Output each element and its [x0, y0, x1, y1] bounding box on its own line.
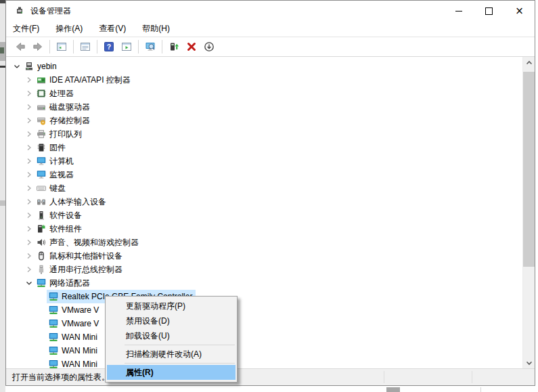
- tree-item-content[interactable]: 软件设备: [35, 209, 85, 222]
- window-controls: ×: [443, 1, 535, 21]
- tree-item-content[interactable]: 人体学输入设备: [35, 195, 110, 209]
- tree-item-content[interactable]: 网络适配器: [35, 276, 93, 290]
- tree-item[interactable]: 人体学输入设备: [6, 195, 522, 209]
- tree-item[interactable]: 磁盘驱动器: [6, 100, 522, 114]
- tree-item-content[interactable]: 监视器: [35, 168, 77, 181]
- tree-item[interactable]: 计算机: [6, 154, 522, 168]
- tree-item-content[interactable]: 软件组件: [35, 222, 85, 236]
- context-menu-item[interactable]: 卸载设备(U): [107, 328, 236, 343]
- scan-hardware-icon[interactable]: [143, 39, 158, 54]
- tree-item[interactable]: 网络适配器: [6, 276, 522, 290]
- tree-item-content[interactable]: WAN Mini: [47, 344, 101, 357]
- tree-item[interactable]: IDE ATA/ATAPI 控制器: [6, 73, 522, 87]
- chevron-collapsed-icon[interactable]: [24, 237, 35, 248]
- tree-item[interactable]: 通用串行总线控制器: [6, 263, 522, 276]
- tree-item[interactable]: Realtek PCIe GBE Family Controller: [6, 290, 522, 303]
- tree-item[interactable]: 键盘: [6, 181, 522, 195]
- chevron-collapsed-icon[interactable]: [24, 129, 35, 139]
- tree-item-content[interactable]: WAN Mini: [47, 330, 101, 344]
- chevron-collapsed-icon[interactable]: [24, 251, 35, 261]
- tree-item[interactable]: VMware V: [6, 303, 522, 317]
- tree-item-label: 人体学输入设备: [49, 196, 106, 208]
- scrollbar-track[interactable]: [523, 68, 535, 357]
- chevron-collapsed-icon[interactable]: [24, 74, 35, 85]
- tree-item[interactable]: 软件设备: [6, 209, 522, 222]
- chevron-collapsed-icon[interactable]: [24, 223, 35, 234]
- tree-item[interactable]: WAN Mini: [6, 330, 522, 344]
- tree-item-content[interactable]: 磁盘驱动器: [35, 100, 93, 114]
- tree-item-content[interactable]: WAN Mini: [47, 357, 101, 368]
- disable-icon[interactable]: [202, 39, 217, 54]
- tree-item-content[interactable]: 通用串行总线控制器: [35, 263, 126, 276]
- tree-item[interactable]: 打印队列: [6, 127, 522, 141]
- scroll-up-icon[interactable]: [523, 57, 535, 68]
- tree-item[interactable]: 固件: [6, 141, 522, 154]
- minimize-button[interactable]: [443, 1, 474, 21]
- action-pane-icon[interactable]: [119, 39, 134, 54]
- tree-item-label: 打印队列: [49, 129, 82, 140]
- processor-icon: [36, 88, 47, 99]
- chevron-collapsed-icon[interactable]: [24, 156, 35, 167]
- status-text: 打开当前选择项的属性表。: [12, 372, 110, 383]
- tree-item-content[interactable]: 鼠标和其他指针设备: [35, 249, 126, 263]
- device-manager-icon: [14, 5, 25, 16]
- tree-item[interactable]: 软件组件: [6, 222, 522, 236]
- close-button[interactable]: ×: [504, 1, 535, 21]
- chevron-collapsed-icon[interactable]: [24, 196, 35, 207]
- chevron-collapsed-icon[interactable]: [24, 102, 35, 112]
- tree-item-content[interactable]: 声音、视频和游戏控制器: [35, 236, 142, 249]
- console-tree-icon[interactable]: [54, 39, 69, 54]
- tree-item-content[interactable]: yebin: [22, 60, 60, 73]
- chevron-expanded-icon[interactable]: [24, 278, 35, 288]
- tree-item-label: WAN Mini: [62, 332, 97, 342]
- tree-item-content[interactable]: 存储控制器: [35, 114, 93, 127]
- title-bar[interactable]: 设备管理器 ×: [6, 1, 535, 21]
- chevron-collapsed-icon[interactable]: [24, 115, 35, 126]
- tree-item[interactable]: 监视器: [6, 168, 522, 181]
- chevron-collapsed-icon[interactable]: [24, 210, 35, 221]
- chevron-collapsed-icon[interactable]: [24, 264, 35, 275]
- back-icon[interactable]: [13, 39, 28, 54]
- tree-item[interactable]: 鼠标和其他指针设备: [6, 249, 522, 263]
- context-menu-item[interactable]: 更新驱动程序(P): [107, 299, 236, 313]
- context-menu-item[interactable]: 禁用设备(D): [107, 313, 236, 328]
- properties-icon[interactable]: [78, 39, 93, 54]
- scroll-down-icon[interactable]: [523, 357, 535, 368]
- tree-item-content[interactable]: 计算机: [35, 154, 77, 168]
- chevron-collapsed-icon[interactable]: [24, 88, 35, 99]
- tree-item-content[interactable]: 固件: [35, 141, 69, 154]
- firmware-icon: [36, 142, 47, 153]
- chevron-collapsed-icon[interactable]: [24, 183, 35, 194]
- tree-item-content[interactable]: 打印队列: [35, 127, 85, 141]
- uninstall-icon[interactable]: [184, 39, 199, 54]
- tree-item[interactable]: 存储控制器: [6, 114, 522, 127]
- tree-item-content[interactable]: 处理器: [35, 87, 77, 100]
- tree-item-label: 存储控制器: [49, 115, 90, 127]
- menu-item[interactable]: 查看(V): [95, 21, 130, 37]
- tree-item-content[interactable]: VMware V: [47, 317, 102, 330]
- context-menu-item[interactable]: 属性(R): [107, 365, 236, 380]
- tree-item[interactable]: 处理器: [6, 87, 522, 100]
- menu-item[interactable]: 文件(F): [9, 21, 43, 37]
- tree-item-content[interactable]: VMware V: [47, 303, 102, 317]
- chevron-expanded-icon[interactable]: [12, 61, 22, 72]
- device-manager-window: 设备管理器 × 文件(F)操作(A)查看(V)帮助(H) ? yebinIDE …: [5, 0, 535, 386]
- maximize-button[interactable]: [474, 1, 504, 21]
- tree-item-content[interactable]: IDE ATA/ATAPI 控制器: [35, 73, 134, 87]
- tree-item[interactable]: 声音、视频和游戏控制器: [6, 236, 522, 249]
- help-icon[interactable]: ?: [102, 39, 116, 54]
- tree-item[interactable]: VMware V: [6, 317, 522, 330]
- tree-item[interactable]: WAN Mini: [6, 357, 522, 368]
- update-driver-icon[interactable]: [166, 39, 181, 54]
- context-menu-item[interactable]: 扫描检测硬件改动(A): [107, 347, 236, 362]
- menu-item[interactable]: 帮助(H): [138, 21, 174, 37]
- scrollbar-thumb[interactable]: [523, 72, 535, 267]
- tree-item[interactable]: yebin: [6, 60, 522, 73]
- forward-icon[interactable]: [30, 39, 45, 54]
- chevron-collapsed-icon[interactable]: [24, 142, 35, 153]
- vertical-scrollbar[interactable]: [522, 57, 535, 368]
- tree-item[interactable]: WAN Mini: [6, 344, 522, 357]
- chevron-collapsed-icon[interactable]: [24, 169, 35, 180]
- tree-item-content[interactable]: 键盘: [35, 181, 69, 195]
- menu-item[interactable]: 操作(A): [51, 21, 87, 37]
